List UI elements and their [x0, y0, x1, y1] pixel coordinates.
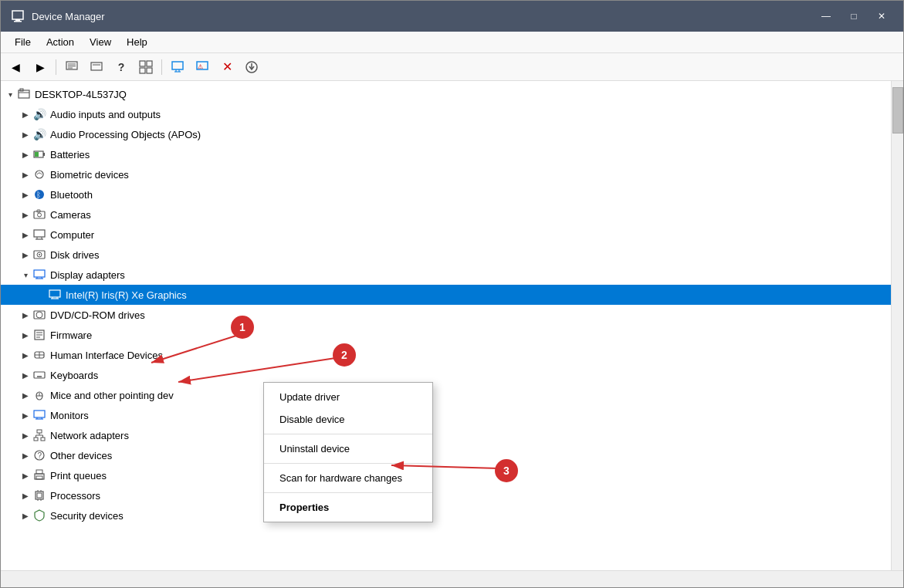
update-driver-button[interactable] [85, 56, 108, 78]
device-manager-window: Device Manager — □ ✕ File Action View He… [0, 0, 904, 588]
other-toggle[interactable]: ▶ [19, 449, 32, 461]
audio-toggle[interactable]: ▶ [19, 108, 32, 120]
svg-rect-25 [43, 153, 45, 156]
tree-item-batteries[interactable]: ▶ Batteries [1, 144, 891, 164]
display-icon [32, 267, 47, 282]
tree-item-security[interactable]: ▶ Security devices [1, 505, 891, 525]
batteries-toggle[interactable]: ▶ [19, 148, 32, 161]
tree-item-firmware[interactable]: ▶ Firmware [1, 325, 891, 345]
tree-item-hid[interactable]: ▶ Human Interface Devices [1, 345, 891, 365]
svg-rect-40 [34, 270, 45, 277]
tree-item-dvd[interactable]: ▶ DVD/CD-ROM drives [1, 305, 891, 325]
svg-text:?: ? [38, 451, 42, 460]
ctx-sep-2 [264, 463, 432, 464]
download-button[interactable] [240, 56, 263, 78]
tree-item-cameras[interactable]: ▶ Cameras [1, 204, 891, 225]
annotation-bubble-2: 2 [333, 343, 356, 367]
menu-help[interactable]: Help [119, 33, 155, 51]
ctx-uninstall-device[interactable]: Uninstall device [264, 438, 432, 460]
disk-toggle[interactable]: ▶ [19, 248, 32, 261]
window-controls: — □ ✕ [814, 5, 894, 27]
ctx-properties[interactable]: Properties [264, 496, 432, 519]
cameras-toggle[interactable]: ▶ [19, 208, 32, 221]
dvd-label: DVD/CD-ROM drives [50, 309, 145, 321]
monitors-icon [32, 407, 47, 423]
remove-button[interactable]: ✕ [215, 56, 239, 78]
display-toggle[interactable]: ▾ [19, 269, 32, 281]
biometric-toggle[interactable]: ▶ [19, 168, 32, 181]
svg-rect-69 [37, 430, 42, 433]
expand-button[interactable] [134, 56, 157, 78]
ctx-scan-hardware[interactable]: Scan for hardware changes [264, 467, 432, 489]
svg-text:ᛒ: ᛒ [36, 191, 41, 199]
menu-view[interactable]: View [82, 33, 119, 51]
context-menu: Update driver Disable device Uninstall d… [263, 382, 433, 522]
tree-item-display[interactable]: ▾ Display adapters [1, 265, 891, 285]
menu-action[interactable]: Action [39, 33, 82, 51]
mice-label: Mice and other pointing dev [50, 390, 174, 401]
svg-rect-2 [14, 21, 22, 22]
processors-icon [32, 488, 47, 503]
menu-file[interactable]: File [7, 33, 39, 51]
vertical-scrollbar[interactable] [891, 81, 903, 570]
tree-item-other[interactable]: ▶ ? Other devices [1, 445, 891, 465]
print-toggle[interactable]: ▶ [19, 469, 32, 482]
back-button[interactable]: ◀ [4, 56, 27, 78]
tree-item-keyboards[interactable]: ▶ Keyboards [1, 365, 891, 385]
mice-toggle[interactable]: ▶ [19, 389, 32, 401]
tree-item-processors[interactable]: ▶ Processors [1, 485, 891, 505]
properties-button[interactable] [60, 56, 83, 78]
hid-label: Human Interface Devices [50, 350, 163, 361]
tree-item-bluetooth[interactable]: ▶ ᛒ Bluetooth [1, 184, 891, 204]
tree-root[interactable]: ▾ DESKTOP-4L537JQ [1, 84, 891, 104]
network-toggle[interactable]: ▶ [19, 429, 32, 441]
computer-label: Computer [50, 229, 94, 241]
computer-toggle[interactable]: ▶ [19, 228, 32, 241]
keyboards-toggle[interactable]: ▶ [19, 369, 32, 381]
monitors-toggle[interactable]: ▶ [19, 409, 32, 421]
security-toggle[interactable]: ▶ [19, 509, 32, 522]
tree-item-disk[interactable]: ▶ Disk drives [1, 245, 891, 265]
tree-item-audio[interactable]: ▶ 🔊 Audio inputs and outputs [1, 104, 891, 124]
print-label: Print queues [50, 470, 107, 482]
tree-item-computer[interactable]: ▶ Computer [1, 225, 891, 245]
title-bar: Device Manager — □ ✕ [1, 1, 903, 32]
help-button[interactable]: ? [110, 56, 133, 78]
svg-rect-57 [34, 372, 45, 378]
bluetooth-toggle[interactable]: ▶ [19, 188, 32, 201]
mice-icon [32, 387, 47, 403]
dvd-toggle[interactable]: ▶ [19, 309, 32, 321]
tree-item-intel-gpu[interactable]: Intel(R) Iris(R) Xe Graphics [1, 285, 891, 305]
tree-item-biometric[interactable]: ▶ Biometric devices [1, 164, 891, 184]
tree-item-monitors[interactable]: ▶ Monitors [1, 405, 891, 425]
keyboards-label: Keyboards [50, 370, 98, 381]
tree-item-apo[interactable]: ▶ 🔊 Audio Processing Objects (APOs) [1, 124, 891, 144]
keyboards-icon [32, 367, 47, 383]
processors-toggle[interactable]: ▶ [19, 489, 32, 502]
bluetooth-label: Bluetooth [50, 189, 93, 201]
tree-item-mice[interactable]: ▶ Mice and other pointing dev [1, 385, 891, 405]
hid-toggle[interactable]: ▶ [19, 349, 32, 361]
root-toggle[interactable]: ▾ [4, 88, 16, 100]
apo-toggle[interactable]: ▶ [19, 128, 32, 140]
svg-rect-33 [34, 230, 45, 237]
computer-icon [32, 227, 47, 242]
scrollbar-thumb[interactable] [892, 87, 903, 133]
ctx-update-driver[interactable]: Update driver [264, 386, 432, 408]
ctx-disable-device[interactable]: Disable device [264, 408, 432, 431]
forward-button[interactable]: ▶ [29, 56, 52, 78]
firmware-toggle[interactable]: ▶ [19, 329, 32, 341]
close-button[interactable]: ✕ [869, 5, 894, 27]
device-tree[interactable]: ▾ DESKTOP-4L537JQ ▶ 🔊 Audio inputs and o… [1, 81, 891, 570]
security-icon [32, 508, 47, 523]
minimize-button[interactable]: — [814, 5, 838, 27]
batteries-icon [32, 147, 47, 162]
maximize-button[interactable]: □ [841, 5, 866, 27]
tree-item-print[interactable]: ▶ Print queues [1, 465, 891, 485]
dvd-icon [32, 307, 47, 323]
monitor-button[interactable] [166, 56, 189, 78]
scan-button[interactable]: ⚠ [191, 56, 214, 78]
svg-rect-70 [34, 438, 38, 441]
tree-item-network[interactable]: ▶ Network adapters [1, 425, 891, 445]
ctx-sep-3 [264, 492, 432, 493]
